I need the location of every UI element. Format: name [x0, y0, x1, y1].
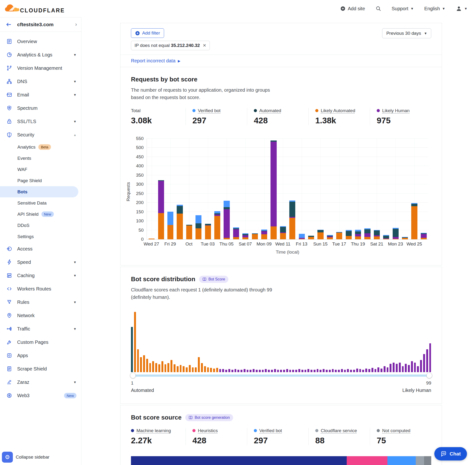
- stacked-bar[interactable]: [346, 230, 352, 239]
- histogram-bar-score-44[interactable]: [262, 370, 264, 372]
- histogram-bar-score-80[interactable]: [371, 368, 373, 372]
- chevron-right-icon[interactable]: ›: [75, 21, 77, 28]
- chevron-down-icon[interactable]: ▼: [73, 80, 76, 83]
- histogram-bar-score-55[interactable]: [295, 370, 297, 372]
- histogram-bar-score-93[interactable]: [411, 361, 413, 372]
- histogram-bar-score-58[interactable]: [305, 370, 307, 372]
- sidebar-item-ssl-tls[interactable]: SSL/TLS▼: [0, 115, 81, 128]
- histogram-bar-score-52[interactable]: [286, 369, 288, 372]
- sidebar-item-speed[interactable]: Speed▼: [0, 255, 81, 269]
- chevron-down-icon[interactable]: ▼: [73, 300, 76, 304]
- date-range-select[interactable]: Previous 30 days▼: [382, 28, 431, 38]
- report-incorrect-data-link[interactable]: Report incorrect data▶: [131, 58, 180, 63]
- sidebar-item-analytics-logs[interactable]: Analytics & Logs▼: [0, 48, 81, 62]
- bot-score-generation-badge[interactable]: Bot score generation: [185, 414, 233, 421]
- histogram-bar-score-3[interactable]: [137, 349, 139, 372]
- histogram-bar-score-85[interactable]: [387, 367, 389, 372]
- histogram-bar-score-54[interactable]: [292, 370, 294, 372]
- histogram-bar-score-92[interactable]: [408, 365, 410, 372]
- histogram-bar-score-22[interactable]: [195, 367, 197, 372]
- histogram-bar-score-91[interactable]: [405, 364, 407, 372]
- histogram-bar-score-2[interactable]: [134, 312, 136, 372]
- stacked-bar[interactable]: [411, 203, 417, 239]
- stacked-bar[interactable]: [402, 237, 408, 239]
- sidebar-item-custom-pages[interactable]: Custom Pages: [0, 336, 81, 349]
- histogram-bar-score-97[interactable]: [423, 354, 425, 372]
- histogram-bar-score-48[interactable]: [274, 369, 276, 372]
- histogram-bar-score-53[interactable]: [289, 370, 291, 372]
- histogram-bar-score-43[interactable]: [259, 370, 261, 372]
- histogram-bar-score-61[interactable]: [314, 370, 316, 372]
- histogram-bar-score-50[interactable]: [280, 370, 282, 372]
- histogram-bar-score-51[interactable]: [283, 370, 285, 372]
- histogram-bar-score-72[interactable]: [347, 369, 349, 372]
- histogram-bar-score-20[interactable]: [189, 365, 191, 372]
- histogram-bar-score-88[interactable]: [396, 364, 398, 372]
- stacked-bar[interactable]: [374, 230, 380, 239]
- histogram-bar-score-18[interactable]: [183, 366, 185, 372]
- sidebar-item-apps[interactable]: Apps: [0, 349, 81, 362]
- histogram-bar-score-29[interactable]: [216, 368, 218, 372]
- sidebar-subitem-page-shield[interactable]: Page Shield: [0, 175, 81, 186]
- sidebar-item-rules[interactable]: Rules▼: [0, 296, 81, 309]
- histogram-bar-score-75[interactable]: [356, 369, 358, 372]
- sidebar-subitem-waf[interactable]: WAF: [0, 164, 81, 175]
- histogram-bar-score-94[interactable]: [414, 363, 416, 372]
- histogram-bar-score-81[interactable]: [375, 369, 376, 372]
- chat-button[interactable]: Chat: [434, 447, 467, 460]
- stacked-bar[interactable]: [186, 225, 192, 239]
- histogram-bar-score-45[interactable]: [265, 369, 267, 372]
- sidebar-item-security[interactable]: Security▲: [0, 128, 81, 141]
- sidebar-item-scrape-shield[interactable]: Scrape Shield: [0, 362, 81, 375]
- histogram-bar-score-1[interactable]: [131, 327, 133, 372]
- stacked-bar[interactable]: [224, 201, 230, 239]
- back-arrow-icon[interactable]: [6, 21, 12, 28]
- histogram-bar-score-74[interactable]: [353, 370, 355, 372]
- stacked-bar[interactable]: [336, 232, 342, 239]
- site-selector[interactable]: cftestsite3.com ›: [0, 17, 81, 32]
- sidebar-subitem-api-shield[interactable]: API ShieldNew: [0, 209, 81, 220]
- histogram-bar-score-10[interactable]: [158, 364, 160, 372]
- histogram-bar-score-5[interactable]: [143, 355, 145, 372]
- slider-handle-max[interactable]: [426, 373, 432, 378]
- histogram-bar-score-42[interactable]: [256, 370, 258, 372]
- sidebar-subitem-settings[interactable]: Settings: [0, 231, 81, 242]
- histogram-bar-score-27[interactable]: [210, 368, 212, 372]
- bot-score-badge[interactable]: Bot Score: [199, 276, 228, 283]
- histogram-bar-score-86[interactable]: [390, 364, 391, 372]
- histogram-bar-score-87[interactable]: [393, 363, 395, 372]
- histogram-bar-score-34[interactable]: [232, 370, 233, 372]
- chevron-down-icon[interactable]: ▼: [73, 274, 76, 277]
- histogram-bar-score-25[interactable]: [204, 366, 206, 372]
- chevron-up-icon[interactable]: ▲: [73, 133, 76, 137]
- chevron-down-icon[interactable]: ▼: [73, 93, 76, 97]
- histogram-bar-score-37[interactable]: [241, 370, 243, 372]
- histogram-bar-score-28[interactable]: [213, 369, 215, 372]
- histogram-bar-score-95[interactable]: [417, 366, 419, 372]
- histogram-bar-score-64[interactable]: [323, 369, 325, 372]
- histogram-bar-score-33[interactable]: [228, 369, 230, 372]
- histogram-bar-score-76[interactable]: [359, 369, 361, 372]
- histogram-bar-score-84[interactable]: [384, 366, 386, 372]
- histogram-bar-score-89[interactable]: [399, 363, 401, 372]
- histogram-bar-score-82[interactable]: [377, 367, 379, 372]
- stacked-bar[interactable]: [261, 230, 267, 239]
- stacked-bar[interactable]: [355, 230, 361, 239]
- histogram-bar-score-9[interactable]: [155, 363, 157, 372]
- chevron-down-icon[interactable]: ▼: [73, 53, 76, 57]
- stacked-bar[interactable]: [308, 236, 314, 239]
- histogram-bar-score-7[interactable]: [149, 363, 151, 372]
- stacked-bar[interactable]: [289, 201, 295, 239]
- histogram-bar-score-38[interactable]: [243, 369, 245, 372]
- histogram-bar-score-21[interactable]: [192, 367, 194, 372]
- histogram-bar-score-23[interactable]: [198, 357, 200, 372]
- add-site-button[interactable]: Add site: [340, 6, 365, 11]
- sidebar-item-overview[interactable]: Overview: [0, 35, 81, 48]
- histogram-bar-score-24[interactable]: [201, 363, 203, 372]
- histogram-bar-score-19[interactable]: [186, 367, 188, 372]
- histogram-bar-score-40[interactable]: [250, 370, 252, 372]
- histogram-bar-score-30[interactable]: [219, 369, 221, 372]
- histogram-bar-score-60[interactable]: [310, 370, 312, 372]
- histogram-bar-score-66[interactable]: [329, 370, 331, 372]
- histogram-bar-score-11[interactable]: [161, 361, 163, 372]
